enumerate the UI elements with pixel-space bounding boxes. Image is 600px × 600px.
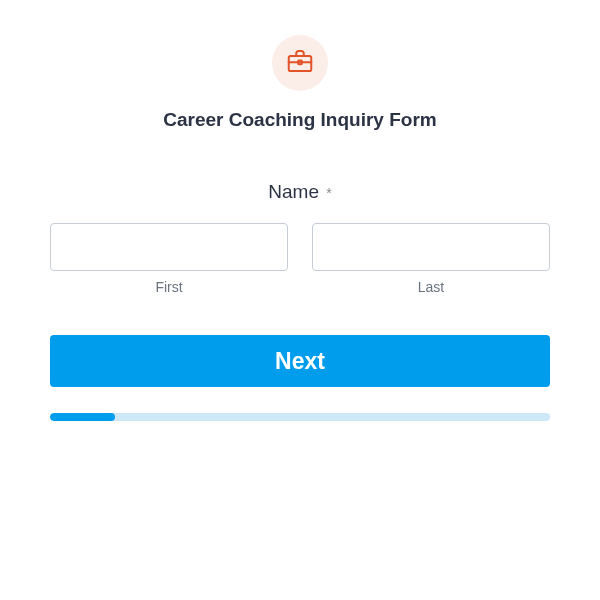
required-marker: * — [326, 185, 331, 201]
briefcase-icon — [285, 46, 315, 80]
last-name-group: Last — [312, 223, 550, 295]
progress-bar — [50, 413, 550, 421]
name-input-row: First Last — [50, 223, 550, 295]
last-name-input[interactable] — [312, 223, 550, 271]
header-icon-circle — [272, 35, 328, 91]
name-label-text: Name — [268, 181, 319, 202]
first-name-sublabel: First — [50, 279, 288, 295]
form-header: Career Coaching Inquiry Form — [50, 35, 550, 131]
first-name-group: First — [50, 223, 288, 295]
progress-fill — [50, 413, 115, 421]
first-name-input[interactable] — [50, 223, 288, 271]
next-button[interactable]: Next — [50, 335, 550, 387]
form-title: Career Coaching Inquiry Form — [163, 109, 436, 131]
last-name-sublabel: Last — [312, 279, 550, 295]
name-field-label: Name * — [50, 181, 550, 203]
